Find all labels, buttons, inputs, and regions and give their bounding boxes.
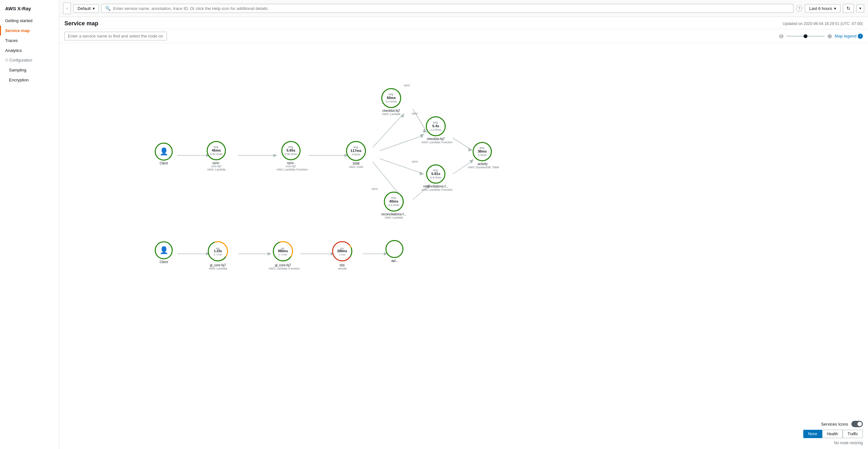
zoom-controls: ⊖ ⊕ Map legend i — [779, 33, 863, 40]
content-area: Service map Updated on 2020-06-04 18:29:… — [59, 17, 868, 449]
zoom-slider[interactable] — [786, 36, 825, 37]
svg-text:0.7 t/min: 0.7 t/min — [279, 253, 287, 256]
time-range-dropdown[interactable]: Last 6 hours ▾ — [805, 4, 840, 13]
time-dropdown-arrow: ▾ — [834, 6, 836, 11]
sidebar-section-configuration[interactable]: ▽ Configuration — [0, 55, 59, 65]
bottom-panel: Services Icons None Health Traffic No no… — [803, 421, 863, 445]
node-reconciliations-bot[interactable]: avg. 40ms 0.3 t/min reconciliations-f...… — [381, 192, 406, 219]
services-icons-label: Services Icons — [821, 422, 848, 426]
view-none-button[interactable]: None — [803, 430, 822, 438]
gl-core-lambda-ring: avg. 1.33s 0.7 t/min — [207, 240, 229, 263]
services-icons-toggle[interactable] — [851, 421, 863, 427]
svg-text:0.7 t/min: 0.7 t/min — [214, 253, 222, 256]
content-header: Service map Updated on 2020-06-04 18:29:… — [59, 17, 868, 29]
services-icons-row: Services Icons — [821, 421, 863, 427]
zoom-out-button[interactable]: ⊖ — [779, 33, 784, 40]
node-sync-cron-function[interactable]: avg. 5.65s 0.06 t/min sync- cron-fq7 AWS… — [277, 141, 305, 171]
node-checklist-right[interactable]: avg. 5.4s 1.0 t/min checklist-fq7 AWS::L… — [421, 116, 450, 144]
node-tsts-remote[interactable]: avg. 290ms 1 t/min tsts remote — [331, 240, 353, 270]
topbar: ‹ Default ▾ 🔍 ? Last 6 hours ▾ ↻ ▾ — [59, 0, 868, 17]
search-input[interactable] — [113, 6, 790, 11]
svg-line-6 — [373, 115, 402, 147]
node-reconciliations-mid[interactable]: avg. 5.81s 0.9 t/min reconciliations-f..… — [421, 164, 450, 191]
dropdown-arrow-icon: ▾ — [93, 6, 95, 11]
client-icon: 👤 — [160, 147, 168, 156]
info-icon: i — [858, 34, 863, 39]
node-client2-label: Client — [160, 260, 168, 264]
default-dropdown[interactable]: Default ▾ — [73, 4, 99, 13]
node-filter-input[interactable] — [64, 32, 167, 40]
view-traffic-button[interactable]: Traffic — [843, 430, 863, 438]
more-options-button[interactable]: ▾ — [857, 4, 864, 12]
no-resize-label: No node resizing — [834, 441, 863, 445]
sidebar-item-traces[interactable]: Traces — [0, 36, 59, 46]
sidebar-item-service-map[interactable]: Service map — [0, 26, 59, 36]
updated-timestamp: Updated on 2020-06-04 18:29:51 (UTC -07:… — [783, 22, 863, 26]
filter-bar: ⊖ ⊕ Map legend i — [59, 29, 868, 43]
node-activity[interactable]: avg. 38ms 3 t/min .activity AWS::DynamoD… — [468, 142, 497, 169]
node-client2[interactable]: 👤 Client — [155, 241, 173, 264]
map-legend-link[interactable]: Map legend i — [835, 34, 863, 39]
sidebar-item-analytics[interactable]: Analytics — [0, 46, 59, 55]
sidebar-item-encryption[interactable]: Encryption — [0, 75, 59, 85]
svg-text:1.33s: 1.33s — [214, 249, 222, 253]
view-buttons: None Health Traffic — [803, 430, 863, 438]
search-bar: 🔍 — [101, 4, 793, 13]
svg-line-8 — [380, 136, 421, 151]
connections-svg — [59, 43, 868, 449]
tsts-ring: avg. 290ms 1 t/min — [331, 240, 353, 263]
node-client1[interactable]: 👤 Client — [155, 143, 173, 165]
node-checklist-top[interactable]: avg. 50ms 0.4 t/min checklist-fq7 AWS::L… — [381, 88, 401, 116]
svg-text:290ms: 290ms — [337, 249, 347, 253]
client2-icon: 👤 — [160, 246, 168, 255]
svg-text:1 t/min: 1 t/min — [339, 253, 345, 256]
collapse-icon: ▽ — [5, 58, 8, 62]
node-label: Client — [160, 161, 168, 165]
svg-line-12 — [453, 138, 470, 149]
refresh-button[interactable]: ↻ — [843, 4, 854, 13]
node-ssm[interactable]: avg. 117ms 4 t/min SSM AWS::SSM — [346, 141, 366, 169]
node-api[interactable]: .api... — [385, 240, 403, 263]
svg-text:995ms: 995ms — [278, 249, 288, 253]
page-title: Service map — [64, 20, 98, 27]
view-health-button[interactable]: Health — [822, 430, 843, 438]
map-canvas: 👤 Client avg. 45ms 0.02 t/min sync- cron… — [59, 43, 868, 449]
sidebar-item-getting-started[interactable]: Getting started — [0, 16, 59, 26]
node-sync-cron-lambda[interactable]: avg. 45ms 0.02 t/min sync- cron-fq7 AWS:… — [207, 141, 226, 171]
app-title: AWS X-Ray — [0, 3, 59, 16]
gl-core-function-ring: avg. 995ms 0.7 t/min — [272, 240, 294, 263]
help-icon[interactable]: ? — [796, 5, 802, 11]
sidebar-collapse-button[interactable]: ‹ — [63, 3, 71, 14]
sidebar-item-sampling[interactable]: Sampling — [0, 65, 59, 75]
node-gl-core-lambda[interactable]: avg. 1.33s 0.7 t/min gl_core-fq7 AWS::La… — [207, 240, 229, 270]
sidebar: AWS X-Ray Getting started Service map Tr… — [0, 0, 59, 449]
node-gl-core-function[interactable]: avg. 995ms 0.7 t/min gl_core-fq7 AWS::La… — [269, 240, 297, 270]
zoom-in-button[interactable]: ⊕ — [827, 33, 832, 40]
search-icon: 🔍 — [105, 6, 111, 11]
main-area: ‹ Default ▾ 🔍 ? Last 6 hours ▾ ↻ ▾ Servi… — [59, 0, 868, 449]
